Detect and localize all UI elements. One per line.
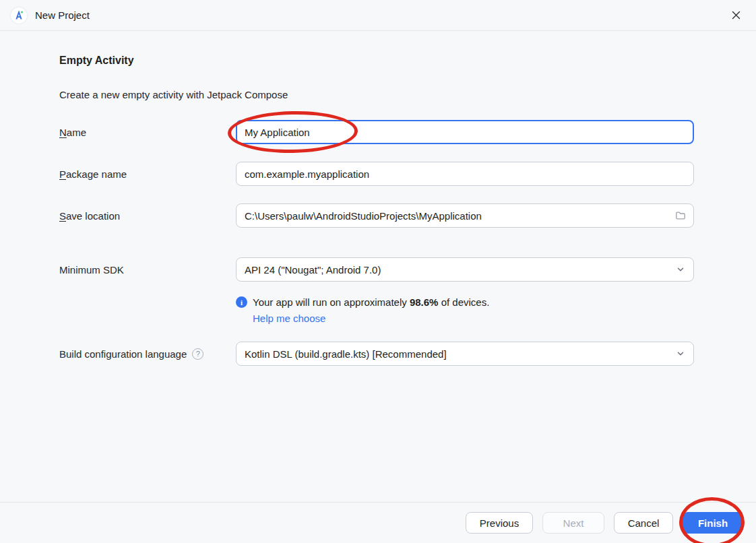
- package-name-input[interactable]: [236, 162, 694, 186]
- sdk-info-text: Your app will run on approximately 98.6%…: [253, 296, 489, 308]
- dialog-title: New Project: [35, 9, 90, 21]
- build-config-row: Build configuration language ? Kotlin DS…: [59, 342, 694, 366]
- save-location-input[interactable]: [236, 203, 694, 228]
- page-title: Empty Activity: [59, 55, 134, 67]
- package-name-row: Package name: [59, 162, 694, 186]
- save-location-label: Save location: [59, 210, 236, 222]
- name-input[interactable]: [236, 120, 694, 144]
- minimum-sdk-value: API 24 ("Nougat"; Android 7.0): [245, 264, 381, 276]
- sdk-info-block: i Your app will run on approximately 98.…: [236, 296, 489, 324]
- chevron-down-icon: [676, 265, 685, 274]
- footer-bar: Previous Next Cancel Finish: [0, 502, 756, 543]
- help-question-icon[interactable]: ?: [192, 348, 203, 360]
- android-studio-logo-icon: [11, 7, 27, 24]
- previous-button[interactable]: Previous: [466, 512, 533, 534]
- package-name-label: Package name: [59, 168, 236, 180]
- name-label: Name: [59, 127, 236, 138]
- page-subtitle: Create a new empty activity with Jetpack…: [59, 89, 288, 100]
- folder-browse-icon[interactable]: [674, 210, 687, 222]
- next-button[interactable]: Next: [542, 512, 604, 534]
- build-config-value: Kotlin DSL (build.gradle.kts) [Recommend…: [245, 348, 447, 360]
- build-config-select[interactable]: Kotlin DSL (build.gradle.kts) [Recommend…: [236, 342, 694, 366]
- close-icon: [731, 10, 741, 20]
- minimum-sdk-select[interactable]: API 24 ("Nougat"; Android 7.0): [236, 257, 694, 282]
- cancel-button[interactable]: Cancel: [614, 512, 673, 534]
- close-button[interactable]: [726, 6, 745, 25]
- minimum-sdk-label: Minimum SDK: [59, 264, 236, 276]
- device-percentage: 98.6%: [410, 296, 439, 308]
- new-project-dialog: New Project Empty Activity Create a new …: [0, 0, 756, 543]
- minimum-sdk-row: Minimum SDK API 24 ("Nougat"; Android 7.…: [59, 257, 694, 282]
- name-row: Name: [59, 120, 694, 144]
- build-config-label: Build configuration language ?: [59, 348, 236, 360]
- save-location-row: Save location: [59, 203, 694, 228]
- info-icon: i: [236, 296, 247, 308]
- help-me-choose-link[interactable]: Help me choose: [253, 313, 325, 324]
- finish-button[interactable]: Finish: [683, 512, 743, 534]
- chevron-down-icon: [676, 349, 685, 358]
- titlebar: New Project: [0, 0, 756, 31]
